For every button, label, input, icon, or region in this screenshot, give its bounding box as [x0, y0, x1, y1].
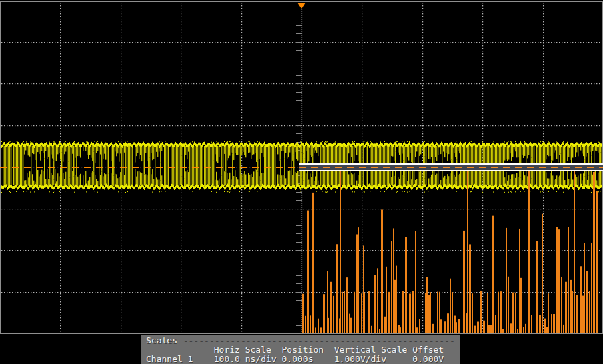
zoom-region-bar[interactable] — [299, 163, 603, 171]
scales-panel: Scales ---------------------------------… — [141, 335, 460, 364]
channel-offset-dashed-line — [0, 167, 299, 168]
scales-channel1-row: Channel 1 100.0 ns/div 0.000s 1.000V/div… — [146, 355, 460, 364]
waveform-canvas — [0, 0, 603, 364]
oscilloscope-display: Scales ---------------------------------… — [0, 0, 603, 364]
scales-title-row: Scales ---------------------------------… — [146, 336, 460, 345]
trigger-position-marker-icon[interactable] — [297, 3, 306, 9]
scales-header-row: Horiz Scale Position Vertical Scale Offs… — [146, 345, 460, 355]
